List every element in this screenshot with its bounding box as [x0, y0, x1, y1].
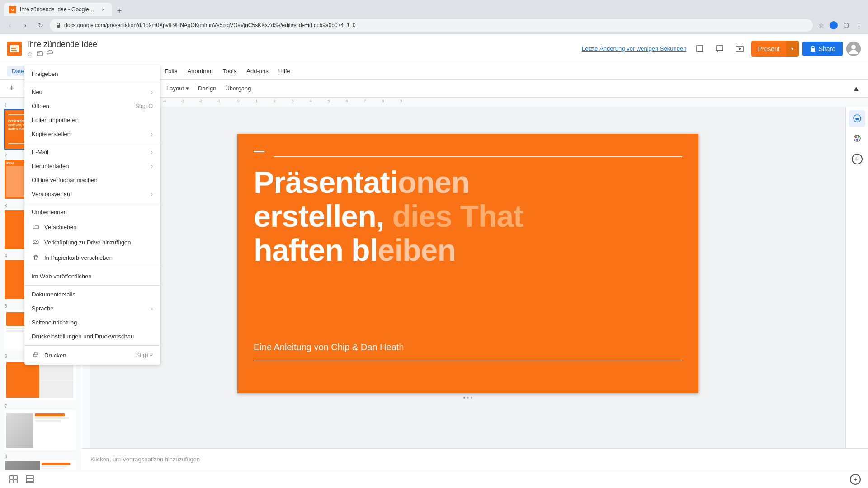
menu-verknuepfung[interactable]: Verknüpfung zu Drive hinzufügen — [24, 235, 160, 250]
menu-druckeinstellungen[interactable]: Druckeinstellungen und Druckvorschau — [24, 329, 160, 343]
back-button[interactable]: ‹ — [4, 19, 16, 32]
new-tab-button[interactable]: + — [114, 5, 125, 16]
transition-button[interactable]: Übergang — [222, 82, 255, 95]
menu-item-folie[interactable]: Folie — [160, 66, 182, 76]
menu-item-addons[interactable]: Add-ons — [242, 66, 273, 76]
svg-point-49 — [858, 136, 859, 138]
menu-email[interactable]: E-Mail › — [24, 145, 160, 159]
print-icon — [32, 351, 40, 359]
versionsverlauf-arrow: › — [151, 191, 153, 197]
browser-menu-button[interactable]: ⋮ — [854, 20, 864, 31]
slideshow-button[interactable] — [731, 41, 748, 57]
right-sidebar: + — [845, 107, 868, 448]
menu-dokumentdetails[interactable]: Dokumentdetails — [24, 287, 160, 301]
add-slide-button[interactable]: + — [5, 82, 18, 95]
layout-button[interactable]: Layout ▾ — [163, 82, 193, 95]
file-dropdown-menu: Freigeben Neu › Öffnen Strg+O Folien imp… — [24, 65, 160, 365]
filmstrip-view-button[interactable] — [24, 473, 36, 486]
share-button[interactable]: Share — [802, 42, 843, 56]
svg-rect-54 — [14, 480, 17, 483]
freigeben-label: Freigeben — [32, 70, 58, 77]
browser-chrome: G Ihre zündende Idee - Google Prä... × + — [0, 0, 868, 16]
sidebar-color-icon[interactable] — [849, 130, 865, 146]
save-status[interactable]: Letzte Änderung vor wenigen Sekunden — [582, 45, 686, 52]
present-button[interactable]: Present — [751, 41, 786, 57]
svg-rect-56 — [26, 479, 33, 481]
menu-drucken[interactable]: Drucken Strg+P — [24, 347, 160, 363]
reload-button[interactable]: ↻ — [34, 19, 47, 32]
design-button[interactable]: Design — [194, 82, 220, 95]
slide-line-top — [274, 156, 682, 157]
drucken-label: Drucken — [44, 352, 66, 359]
avatar[interactable] — [846, 42, 861, 56]
menu-herunterladen[interactable]: Herunterladen › — [24, 159, 160, 173]
google-slides-logo-icon — [7, 42, 22, 56]
slide-number-8: 8 — [4, 454, 77, 459]
address-bar[interactable]: docs.google.com/presentation/d/1p9m0Xpvl… — [50, 19, 813, 32]
menu-item-tools[interactable]: Tools — [218, 66, 241, 76]
cloud-icon[interactable] — [47, 50, 53, 58]
menu-freigeben[interactable]: Freigeben — [24, 67, 160, 81]
svg-marker-12 — [739, 47, 741, 50]
notes-bar[interactable]: Klicken, um Vortragsnotizen hinzuzufügen — [81, 448, 868, 470]
menu-item-hilfe[interactable]: Hilfe — [274, 66, 295, 76]
app-title-icons: ☆ — [27, 50, 97, 58]
tab-favicon: G — [9, 6, 16, 13]
layout-label: Layout — [166, 85, 184, 92]
menu-folien-importieren[interactable]: Folien importieren — [24, 113, 160, 127]
folder-icon[interactable] — [37, 50, 43, 58]
menu-papierkorb[interactable]: In Papierkorb verschieben — [24, 250, 160, 265]
svg-rect-13 — [811, 48, 815, 52]
menu-kopie-erstellen[interactable]: Kopie erstellen › — [24, 127, 160, 141]
browser-tabs: G Ihre zündende Idee - Google Prä... × + — [4, 0, 125, 16]
sidebar-theme-icon[interactable] — [849, 110, 865, 127]
chat-button[interactable] — [712, 41, 728, 57]
slide-canvas[interactable]: Präsentationen erstellen, dies That haft… — [237, 134, 698, 393]
svg-text:7: 7 — [364, 99, 366, 103]
lock-icon — [55, 22, 61, 28]
dot-3 — [471, 397, 472, 399]
forward-button[interactable]: › — [19, 19, 32, 32]
dot-1 — [463, 397, 465, 399]
menu-neu[interactable]: Neu › — [24, 85, 160, 99]
dokumentdetails-label: Dokumentdetails — [32, 291, 75, 298]
menu-offline[interactable]: Offline verfügbar machen — [24, 173, 160, 187]
tab-close-btn[interactable]: × — [99, 6, 107, 13]
comments-button[interactable] — [692, 41, 708, 57]
slide-item-8[interactable]: 8 — [0, 452, 81, 470]
app-title: Ihre zündende Idee — [27, 40, 97, 49]
menu-seiteneinrichtung[interactable]: Seiteneinrichtung — [24, 315, 160, 329]
toolbar-collapse-button[interactable]: ▲ — [850, 82, 863, 95]
menu-versionsverlauf[interactable]: Versionsverlauf › — [24, 187, 160, 201]
star-icon[interactable]: ☆ — [27, 50, 33, 57]
menu-item-anordnen[interactable]: Anordnen — [183, 66, 217, 76]
profile-button[interactable] — [828, 20, 839, 31]
svg-rect-7 — [11, 47, 18, 47]
bookmark-button[interactable]: ☆ — [816, 20, 826, 31]
druckeinstellungen-label: Druckeinstellungen und Druckvorschau — [32, 333, 134, 340]
menu-umbenennen[interactable]: Umbenennen — [24, 205, 160, 219]
sidebar-add-button[interactable]: + — [852, 154, 863, 164]
svg-rect-52 — [14, 476, 17, 479]
grid-view-button[interactable] — [7, 473, 20, 486]
browser-actions: ☆ ⬡ ⋮ — [816, 20, 864, 31]
browser-tab-active[interactable]: G Ihre zündende Idee - Google Prä... × — [4, 3, 112, 16]
menu-sprache[interactable]: Sprache › — [24, 301, 160, 315]
menu-oeffnen[interactable]: Öffnen Strg+O — [24, 99, 160, 113]
divider-5 — [24, 285, 160, 286]
present-dropdown-arrow[interactable]: ▾ — [786, 41, 799, 57]
extensions-button[interactable]: ⬡ — [841, 20, 852, 31]
slide-thumb-7 — [4, 410, 76, 450]
bottom-add-button[interactable]: + — [850, 474, 861, 485]
divider-6 — [24, 345, 160, 346]
svg-text:4: 4 — [310, 99, 312, 103]
svg-point-4 — [830, 21, 838, 29]
svg-text:2: 2 — [274, 99, 276, 103]
offline-label: Offline verfügbar machen — [32, 177, 98, 183]
menu-veroeffentlichen[interactable]: Im Web veröffentlichen — [24, 269, 160, 283]
menu-verschieben[interactable]: Verschieben — [24, 219, 160, 235]
svg-text:-3: -3 — [181, 99, 184, 103]
svg-text:0: 0 — [237, 99, 240, 103]
neu-arrow: › — [151, 89, 153, 95]
slide-item-7[interactable]: 7 — [0, 402, 81, 452]
